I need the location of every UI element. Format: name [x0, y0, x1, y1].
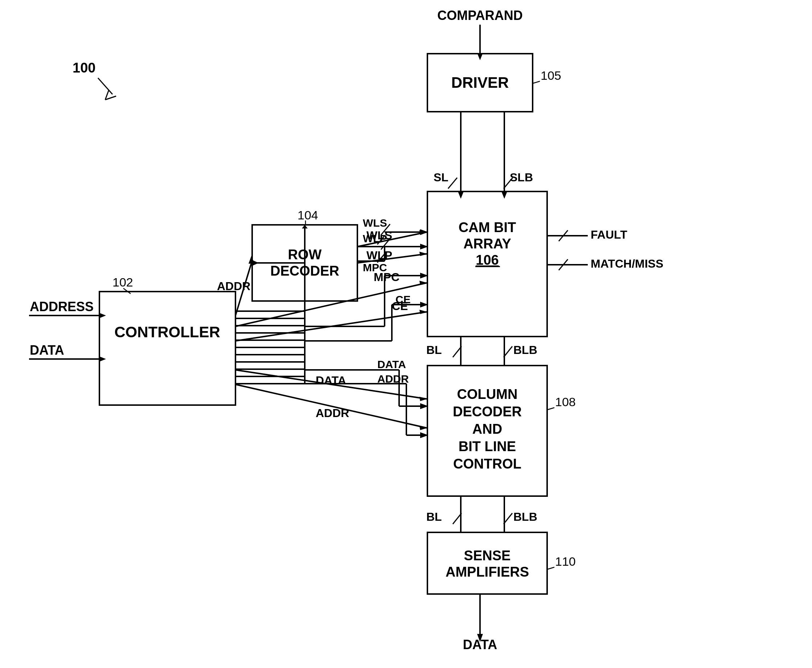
- addr-to-col-label: ADDR: [377, 373, 409, 385]
- ce-arrow: [419, 310, 427, 314]
- blb-bottom-label: BLB: [513, 510, 537, 523]
- controller-block: [99, 292, 236, 405]
- ref-102: 102: [112, 275, 133, 289]
- controller-label: CONTROLLER: [114, 324, 220, 341]
- col-label4: BIT LINE: [459, 439, 516, 454]
- comparand-label: COMPARAND: [437, 8, 522, 23]
- blb-top-label: BLB: [513, 344, 537, 356]
- col-label5: CONTROL: [453, 456, 521, 471]
- mpc-label2: MPC: [363, 262, 387, 274]
- col-label2: DECODER: [453, 404, 522, 419]
- svg-line-0: [98, 78, 112, 94]
- wlp-label2: WLP: [363, 232, 387, 244]
- addr-col-arrow: [419, 426, 427, 430]
- addr-row-label: ADDR: [217, 280, 250, 293]
- ref-108: 108: [555, 395, 576, 409]
- col-label1: COLUMN: [457, 387, 518, 402]
- svg-line-32: [236, 384, 427, 428]
- col-label3: AND: [472, 421, 502, 437]
- data-col-label: DATA: [316, 374, 346, 387]
- svg-line-13: [448, 178, 457, 189]
- wlp-arrow: [419, 252, 427, 256]
- driver-label: DRIVER: [451, 74, 509, 91]
- slb-label: SLB: [510, 171, 533, 184]
- match-miss-label: MATCH/MISS: [591, 257, 663, 270]
- data-out-label: DATA: [463, 637, 497, 652]
- ref-100: 100: [72, 60, 95, 75]
- addr-col-label: ADDR: [316, 406, 349, 419]
- cam-label2: ARRAY: [463, 236, 511, 251]
- data-col-arrow: [419, 397, 427, 401]
- sl-label: SL: [434, 171, 449, 184]
- diagram-container: 100 CONTROLLER 102 ROW DECODER 104 DRIVE…: [0, 0, 812, 668]
- ref-105: 105: [541, 68, 561, 82]
- data-in-label: DATA: [30, 343, 64, 357]
- data-to-col-label: DATA: [377, 358, 406, 370]
- mpc-arrow: [419, 281, 427, 285]
- sense-amp-block: [427, 533, 547, 594]
- svg-line-7: [547, 407, 554, 410]
- address-label: ADDRESS: [30, 299, 94, 314]
- ce-label2: CE: [395, 293, 411, 306]
- ref-104: 104: [298, 208, 318, 222]
- svg-line-8: [547, 567, 554, 569]
- sense-label1: SENSE: [464, 548, 511, 563]
- cam-label1: CAM BIT: [459, 220, 516, 235]
- bl-top-label: BL: [426, 344, 442, 356]
- ref-106: 106: [475, 252, 499, 268]
- svg-line-5: [532, 81, 540, 84]
- sense-label2: AMPLIFIERS: [445, 564, 529, 579]
- bl-bottom-label: BL: [426, 510, 442, 523]
- fault-label: FAULT: [591, 228, 627, 241]
- wls-label2: WLS: [363, 217, 387, 229]
- ref-110: 110: [555, 554, 576, 568]
